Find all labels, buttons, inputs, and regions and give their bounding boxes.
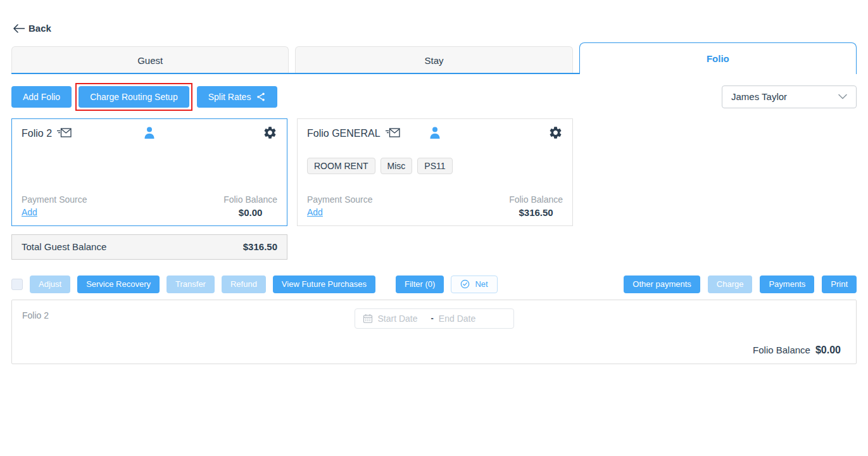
folio-balance-label: Folio Balance — [223, 194, 277, 205]
payment-source-label: Payment Source — [22, 194, 87, 205]
view-future-purchases-button[interactable]: View Future Purchases — [273, 276, 375, 293]
folio-card-folio2[interactable]: Folio 2 Payment Source Add Folio Balance… — [11, 118, 287, 226]
active-tab-underline — [11, 73, 580, 74]
check-circle-icon — [460, 279, 470, 289]
folio-title: Folio GENERAL — [307, 128, 381, 139]
folio-card-header: Folio 2 — [22, 125, 277, 142]
folio-toolbar: Add Folio Charge Routing Setup Split Rat… — [11, 83, 857, 111]
guest-selector-value: James Taylor — [731, 91, 787, 102]
tab-guest-label: Guest — [137, 55, 163, 66]
net-label: Net — [475, 279, 487, 289]
tab-folio[interactable]: Folio — [579, 42, 857, 74]
detail-folio-name: Folio 2 — [22, 310, 49, 320]
tab-folio-label: Folio — [707, 53, 729, 64]
tab-guest[interactable]: Guest — [11, 46, 289, 74]
guest-selector-dropdown[interactable]: James Taylor — [722, 86, 857, 108]
folio-card-general[interactable]: Folio GENERAL ROOM RENT Misc PS11 Paymen… — [297, 118, 573, 226]
folio-balance-label: Folio Balance — [509, 194, 563, 205]
calendar-icon — [363, 314, 373, 324]
add-folio-button[interactable]: Add Folio — [11, 86, 72, 108]
folio-card-footer: Payment Source Add Folio Balance $316.50 — [307, 194, 563, 218]
gear-icon[interactable] — [548, 125, 563, 142]
tab-stay[interactable]: Stay — [295, 46, 572, 74]
transfer-button[interactable]: Transfer — [167, 276, 215, 293]
gear-icon[interactable] — [263, 125, 277, 142]
charge-routing-highlight-box: Charge Routing Setup — [75, 83, 192, 111]
start-date-input[interactable] — [378, 314, 426, 324]
payment-source-block: Payment Source Add — [22, 194, 87, 218]
add-payment-source-link[interactable]: Add — [307, 207, 323, 217]
folio-balance-value: $316.50 — [519, 207, 553, 218]
send-folio-email-icon[interactable] — [385, 128, 400, 140]
folio-tag-ps11: PS11 — [417, 158, 452, 174]
transaction-actions-bar: Adjust Service Recovery Transfer Refund … — [11, 276, 857, 293]
charge-routing-setup-button[interactable]: Charge Routing Setup — [79, 86, 189, 108]
share-icon — [256, 92, 266, 102]
payment-source-block: Payment Source Add — [307, 194, 373, 218]
folio-tags: ROOM RENT Misc PS11 — [307, 158, 563, 174]
other-payments-button[interactable]: Other payments — [624, 276, 700, 293]
net-toggle-button[interactable]: Net — [451, 276, 497, 293]
payments-button[interactable]: Payments — [760, 276, 814, 293]
folio-tag-room-rent: ROOM RENT — [307, 158, 375, 174]
folio-tag-misc: Misc — [381, 158, 413, 174]
folio-balance-block: Folio Balance $0.00 — [223, 194, 277, 218]
select-all-checkbox[interactable] — [11, 279, 23, 290]
adjust-button[interactable]: Adjust — [30, 276, 70, 293]
tab-stay-label: Stay — [424, 55, 443, 66]
date-separator: - — [431, 314, 434, 323]
date-range-picker[interactable]: - — [355, 308, 514, 329]
detail-folio-balance-label: Folio Balance — [753, 345, 810, 355]
back-label: Back — [28, 23, 51, 34]
folio-balance-value: $0.00 — [239, 207, 263, 218]
folio-balance-block: Folio Balance $316.50 — [509, 194, 563, 218]
chevron-down-icon — [838, 94, 847, 99]
total-guest-balance-row: Total Guest Balance $316.50 — [11, 234, 287, 260]
folio-title: Folio 2 — [22, 128, 52, 139]
person-icon[interactable] — [144, 127, 155, 141]
folio-detail-panel: Folio 2 - Folio Balance $0.00 — [11, 300, 857, 364]
filter-button[interactable]: Filter (0) — [396, 276, 444, 293]
payment-actions-group: Other payments Charge Payments Print — [624, 276, 857, 293]
folio-cards: Folio 2 Payment Source Add Folio Balance… — [11, 118, 857, 226]
end-date-input[interactable] — [439, 314, 487, 324]
detail-folio-balance: Folio Balance $0.00 — [753, 345, 841, 356]
payment-source-label: Payment Source — [307, 194, 373, 205]
back-arrow-icon — [13, 24, 25, 33]
back-button[interactable]: Back — [13, 23, 51, 34]
service-recovery-button[interactable]: Service Recovery — [77, 276, 160, 293]
tab-bar: Guest Stay Folio — [11, 42, 857, 74]
send-folio-email-icon[interactable] — [56, 128, 72, 140]
charge-button[interactable]: Charge — [708, 276, 753, 293]
total-guest-balance-label: Total Guest Balance — [22, 241, 106, 252]
folio-card-header: Folio GENERAL — [307, 125, 563, 142]
total-guest-balance-value: $316.50 — [243, 241, 277, 252]
split-rates-button[interactable]: Split Rates — [197, 86, 278, 108]
split-rates-label: Split Rates — [208, 92, 251, 102]
person-icon[interactable] — [430, 127, 441, 141]
detail-folio-balance-value: $0.00 — [815, 345, 841, 356]
refund-button[interactable]: Refund — [222, 276, 266, 293]
print-button[interactable]: Print — [822, 276, 857, 293]
add-payment-source-link[interactable]: Add — [22, 207, 37, 217]
folio-card-footer: Payment Source Add Folio Balance $0.00 — [22, 194, 277, 218]
